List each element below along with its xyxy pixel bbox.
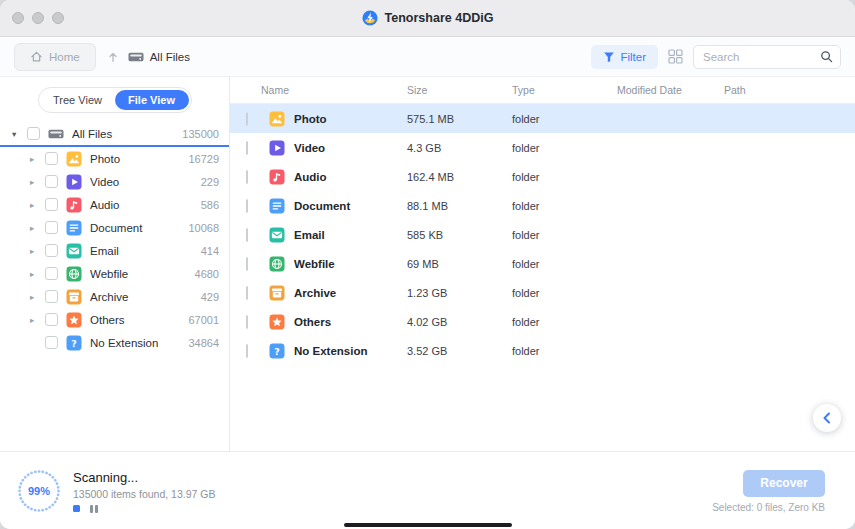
checkbox[interactable]: [45, 175, 58, 188]
checkbox[interactable]: [246, 112, 248, 126]
sidebar-item-document[interactable]: ▸Document10068: [0, 216, 229, 239]
table-row-document[interactable]: Document88.1 MBfolder: [230, 191, 855, 220]
sidebar-item-label: Archive: [90, 291, 201, 303]
sidebar-item-others[interactable]: ▸Others67001: [0, 308, 229, 331]
chevron-right-icon[interactable]: ▸: [30, 223, 43, 233]
home-button[interactable]: Home: [14, 43, 96, 71]
table-row-photo[interactable]: Photo575.1 MBfolder: [230, 104, 855, 133]
column-header-type[interactable]: Type: [512, 84, 617, 96]
column-header-modified-date[interactable]: Modified Date: [617, 84, 724, 96]
titlebar: Tenorshare 4DDiG: [0, 0, 855, 37]
sidebar-item-label: Video: [90, 176, 201, 188]
checkbox[interactable]: [246, 199, 248, 213]
item-count: 4680: [195, 268, 219, 280]
file-name: Others: [294, 316, 331, 328]
minimize-window-button[interactable]: [32, 12, 44, 24]
checkbox[interactable]: [45, 336, 58, 349]
zoom-window-button[interactable]: [52, 12, 64, 24]
sidebar-item-photo[interactable]: ▸Photo16729: [0, 147, 229, 170]
table-row-audio[interactable]: Audio162.4 MBfolder: [230, 162, 855, 191]
file-type: folder: [512, 345, 617, 357]
checkbox[interactable]: [45, 267, 58, 280]
filter-funnel-icon: [603, 51, 615, 63]
column-header-name[interactable]: Name: [261, 84, 407, 96]
file-size: 88.1 MB: [407, 200, 512, 212]
checkbox[interactable]: [45, 152, 58, 165]
chevron-right-icon[interactable]: ▸: [30, 315, 43, 325]
tab-tree-view[interactable]: Tree View: [41, 90, 115, 110]
svg-text:?: ?: [71, 337, 77, 348]
chevron-right-icon[interactable]: ▸: [30, 200, 43, 210]
app-title: Tenorshare 4DDiG: [385, 11, 494, 25]
chevron-down-icon[interactable]: ▾: [12, 129, 25, 139]
checkbox[interactable]: [45, 221, 58, 234]
stop-scan-button[interactable]: [73, 505, 80, 512]
file-name: Audio: [294, 171, 327, 183]
checkbox[interactable]: [27, 127, 40, 140]
checkbox[interactable]: [246, 141, 248, 155]
table-row-archive[interactable]: Archive1.23 GBfolder: [230, 278, 855, 307]
sidebar-item-video[interactable]: ▸Video229: [0, 170, 229, 193]
collapse-panel-button[interactable]: [813, 404, 841, 432]
table-row-email[interactable]: Email585 KBfolder: [230, 220, 855, 249]
video-icon: [66, 174, 82, 190]
checkbox[interactable]: [246, 228, 248, 242]
chevron-left-icon: [818, 409, 836, 427]
tab-file-view[interactable]: File View: [115, 90, 189, 110]
search-box[interactable]: [693, 45, 841, 69]
checkbox[interactable]: [246, 170, 248, 184]
checkbox[interactable]: [45, 290, 58, 303]
arrow-up-icon: [106, 50, 120, 64]
filter-button-label: Filter: [620, 51, 646, 63]
file-size: 69 MB: [407, 258, 512, 270]
scan-percent: 99%: [16, 468, 62, 514]
drive-icon: [48, 126, 64, 142]
checkbox[interactable]: [246, 286, 248, 300]
sidebar-item-webfile[interactable]: ▸Webfile4680: [0, 262, 229, 285]
file-type: folder: [512, 258, 617, 270]
scan-detail-label: 135000 items found, 13.97 GB: [73, 488, 215, 500]
checkbox[interactable]: [45, 244, 58, 257]
video-icon: [269, 140, 285, 156]
checkbox[interactable]: [246, 257, 248, 271]
sidebar-item-email[interactable]: ▸Email414: [0, 239, 229, 262]
photo-icon: [66, 151, 82, 167]
sidebar-item-audio[interactable]: ▸Audio586: [0, 193, 229, 216]
table-row-others[interactable]: Others4.02 GBfolder: [230, 307, 855, 336]
file-size: 585 KB: [407, 229, 512, 241]
app-title-group: Tenorshare 4DDiG: [362, 10, 494, 26]
search-input[interactable]: [701, 50, 820, 64]
table-row-video[interactable]: Video4.3 GBfolder: [230, 133, 855, 162]
audio-icon: [66, 197, 82, 213]
sidebar-item-all-files[interactable]: ▾All Files135000: [0, 122, 229, 147]
sidebar-item-archive[interactable]: ▸Archive429: [0, 285, 229, 308]
file-type: folder: [512, 142, 617, 154]
checkbox[interactable]: [246, 344, 248, 358]
chevron-right-icon[interactable]: ▸: [30, 177, 43, 187]
chevron-right-icon[interactable]: ▸: [30, 269, 43, 279]
breadcrumb[interactable]: All Files: [128, 49, 190, 65]
table-row-webfile[interactable]: Webfile69 MBfolder: [230, 249, 855, 278]
chevron-right-icon[interactable]: ▸: [30, 154, 43, 164]
column-header-size[interactable]: Size: [407, 84, 512, 96]
filter-button[interactable]: Filter: [591, 45, 658, 69]
content-area: Tree ViewFile View ▾All Files135000▸Phot…: [0, 77, 855, 451]
table-row-no-extension[interactable]: ?No Extension3.52 GBfolder: [230, 336, 855, 365]
navigate-up-button[interactable]: [106, 50, 120, 64]
chevron-right-icon[interactable]: ▸: [30, 246, 43, 256]
file-name: Video: [294, 142, 325, 154]
pause-scan-button[interactable]: [90, 505, 98, 513]
sidebar-item-no-extension[interactable]: ?No Extension34864: [0, 331, 229, 354]
sidebar-item-label: Others: [90, 314, 188, 326]
checkbox[interactable]: [246, 315, 248, 329]
table-header: NameSizeTypeModified DatePath: [230, 77, 855, 104]
item-count: 429: [201, 291, 219, 303]
checkbox[interactable]: [45, 313, 58, 326]
chevron-right-icon[interactable]: ▸: [30, 292, 43, 302]
close-window-button[interactable]: [12, 12, 24, 24]
checkbox[interactable]: [45, 198, 58, 211]
search-icon[interactable]: [820, 50, 833, 63]
column-header-path[interactable]: Path: [724, 84, 845, 96]
recover-button[interactable]: Recover: [743, 470, 825, 497]
layout-toggle-button[interactable]: [668, 49, 683, 64]
